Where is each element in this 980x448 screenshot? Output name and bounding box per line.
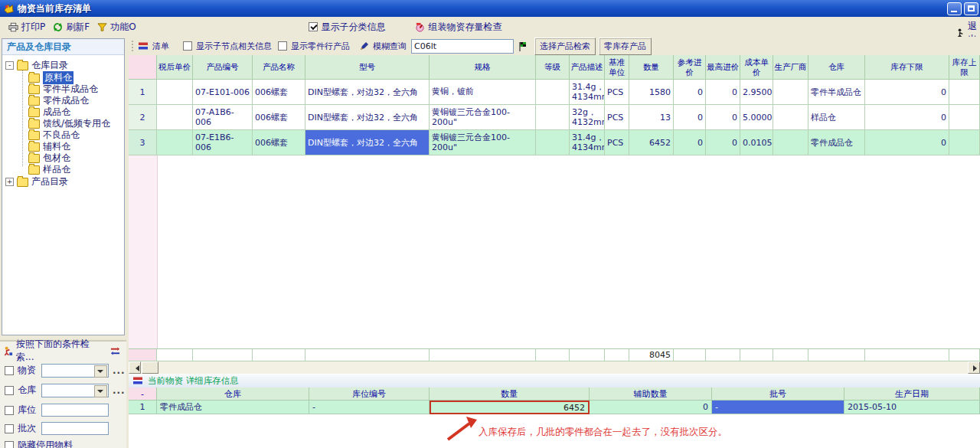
cell[interactable]: 零件半成品仓 xyxy=(808,80,865,105)
cell[interactable] xyxy=(536,130,570,155)
location-checkbox[interactable] xyxy=(5,406,14,415)
cell[interactable] xyxy=(157,80,193,105)
cell[interactable]: 32g，4132mm2 xyxy=(570,105,605,130)
cell[interactable]: 0.010542 xyxy=(740,130,773,155)
tree-item[interactable]: 辅料仓 xyxy=(28,141,70,152)
material-checkbox[interactable] xyxy=(5,366,14,375)
tree-item[interactable]: 样品仓 xyxy=(28,164,70,175)
cell[interactable]: 0 xyxy=(865,105,949,130)
cell[interactable]: PCS xyxy=(605,105,629,130)
cell[interactable]: 0 xyxy=(706,105,740,130)
cell[interactable]: 006螺套 xyxy=(253,80,305,105)
quantity-cell-annotated[interactable]: 6452 xyxy=(430,401,590,414)
warehouse-combobox[interactable] xyxy=(41,384,109,397)
cell[interactable]: DIN型螺套，对边32，全六角 xyxy=(305,105,430,130)
selected-cell[interactable]: DIN型螺套，对边32，全六角 xyxy=(305,130,430,155)
dropdown-arrow-icon[interactable] xyxy=(94,385,107,397)
cell[interactable]: PCS xyxy=(605,130,629,155)
dropdown-arrow-icon[interactable] xyxy=(94,365,107,378)
material-combobox[interactable] xyxy=(41,364,109,378)
cell[interactable]: 2015-05-10 xyxy=(844,401,980,414)
cell[interactable]: 零件成品仓 xyxy=(157,401,309,414)
print-button[interactable]: 打印P xyxy=(5,19,49,35)
cell[interactable]: 0 xyxy=(590,401,712,414)
cell[interactable] xyxy=(773,80,808,105)
table-row-selected[interactable]: 3 07-E1B6-006 006螺套 DIN型螺套，对边32，全六角 黄铜镀三… xyxy=(129,130,980,155)
tools-button[interactable]: 功能O xyxy=(93,19,139,35)
show-subcategory-checkbox[interactable]: 显示子分类信息 xyxy=(309,21,386,34)
cell[interactable]: 2.950000 xyxy=(740,80,773,105)
maximize-button[interactable] xyxy=(964,2,978,15)
cell[interactable]: 黄铜镀三元合金100-200u" xyxy=(430,130,536,155)
cell[interactable]: 零件成品仓 xyxy=(808,130,865,155)
cell[interactable]: 黄铜，镀前 xyxy=(430,80,536,105)
cell[interactable]: 006螺套 xyxy=(253,130,305,155)
swap-arrows-icon[interactable] xyxy=(110,346,120,356)
refresh-button[interactable]: 刷新F xyxy=(49,19,93,35)
batch-checkbox[interactable] xyxy=(5,424,14,433)
fuzzy-search-input[interactable] xyxy=(411,39,514,54)
cell[interactable]: 6452 xyxy=(629,130,674,155)
cell[interactable]: 0 xyxy=(674,130,706,155)
list-button[interactable]: 清单 xyxy=(139,41,169,52)
cell[interactable]: 1580 xyxy=(629,80,674,105)
cell[interactable]: 0 xyxy=(865,130,949,155)
batch-input[interactable] xyxy=(41,422,109,435)
cell[interactable]: 0 xyxy=(674,80,706,105)
cell[interactable] xyxy=(949,130,980,155)
cell[interactable]: 07-E101-006 xyxy=(193,80,253,105)
cell[interactable]: 5.000000 xyxy=(740,105,773,130)
cell[interactable]: 006螺套 xyxy=(253,105,305,130)
cell[interactable] xyxy=(773,105,808,130)
cell[interactable]: PCS xyxy=(605,80,629,105)
tree-item[interactable]: 不良品仓 xyxy=(28,129,80,140)
scroll-right-button[interactable] xyxy=(968,361,980,374)
cell[interactable] xyxy=(949,80,980,105)
tree-item[interactable]: 零件成品仓 xyxy=(28,95,89,106)
cell[interactable]: 0 xyxy=(706,80,740,105)
horizontal-scrollbar[interactable] xyxy=(129,361,980,374)
tree-root-products[interactable]: + 产品目录 xyxy=(5,176,68,187)
show-child-info-checkbox[interactable]: 显示子节点相关信息 xyxy=(183,41,272,52)
warehouse-browse-button[interactable]: ... xyxy=(113,385,126,396)
cell[interactable]: 黄铜镀三元合金100-200u" xyxy=(430,105,536,130)
cell[interactable] xyxy=(773,130,808,155)
cell[interactable] xyxy=(949,105,980,130)
tree-item[interactable]: 零件半成品仓 xyxy=(28,83,98,94)
cell[interactable]: 07-E1B6-006 xyxy=(193,130,253,155)
assembly-check-button[interactable]: 组装物资存量检查 xyxy=(415,21,502,34)
cell[interactable]: 0 xyxy=(706,130,740,155)
cell[interactable] xyxy=(157,105,193,130)
selected-batch-cell[interactable]: - xyxy=(712,401,844,414)
scroll-left-button[interactable] xyxy=(129,361,141,374)
tree-root-warehouse[interactable]: - 仓库目录 xyxy=(5,60,68,70)
cell[interactable] xyxy=(536,105,570,130)
cell[interactable]: 0 xyxy=(865,80,949,105)
cell[interactable] xyxy=(536,80,570,105)
expand-icon[interactable]: + xyxy=(5,178,14,186)
verify-flag-icon[interactable] xyxy=(518,41,528,51)
material-browse-button[interactable]: ... xyxy=(113,365,126,376)
tree-item-raw-material[interactable]: 原料仓 xyxy=(28,72,74,83)
tree-item[interactable]: 成品仓 xyxy=(28,106,70,117)
warehouse-checkbox[interactable] xyxy=(5,386,14,395)
cell[interactable]: 0 xyxy=(674,105,706,130)
cell[interactable]: 07-A1B6-006 xyxy=(193,105,253,130)
tree-item[interactable]: 包材仓 xyxy=(28,152,70,163)
tree-item[interactable]: 馈线/低频专用仓 xyxy=(28,118,110,129)
table-row[interactable]: 1 07-E101-006 006螺套 DIN型螺套，对边32，全六角 黄铜，镀… xyxy=(129,80,980,105)
zero-stock-products-button[interactable]: 零库存产品 xyxy=(599,38,652,55)
hide-disabled-checkbox[interactable] xyxy=(5,441,14,448)
minimize-button[interactable] xyxy=(947,2,962,15)
table-row[interactable]: 2 07-A1B6-006 006螺套 DIN型螺套，对边32，全六角 黄铜镀三… xyxy=(129,105,980,130)
scrollbar-thumb[interactable] xyxy=(142,361,158,374)
cell[interactable]: 31.4g，4134mm2 xyxy=(570,80,605,105)
cell[interactable]: 样品仓 xyxy=(808,105,865,130)
cell[interactable]: - xyxy=(309,401,430,414)
location-input[interactable] xyxy=(41,404,109,417)
detail-row[interactable]: 1 零件成品仓 - 6452 0 - 2015-05-10 xyxy=(129,401,980,414)
cell[interactable]: DIN型螺套，对边32，全六角 xyxy=(305,80,430,105)
collapse-icon[interactable]: - xyxy=(5,61,14,70)
cell[interactable]: 13 xyxy=(629,105,674,130)
select-product-search-button[interactable]: 选择产品检索 xyxy=(534,38,596,55)
